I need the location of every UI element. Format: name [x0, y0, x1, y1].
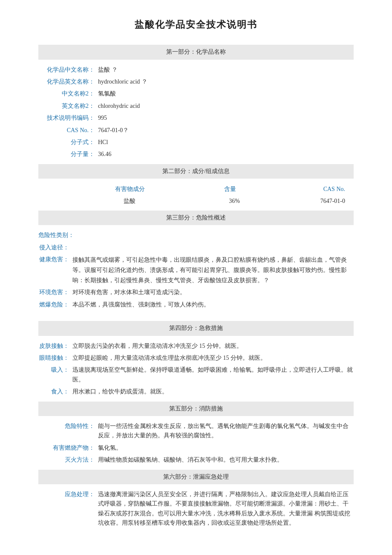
spacer1	[38, 313, 354, 318]
section3-header: 第三部分：危险性概述	[38, 211, 354, 225]
table-header-row: 有害物成分 含量 CAS No.	[38, 183, 354, 196]
section6-fields: 应急处理： 迅速撤离泄漏污染区人员至安全区，并进行隔离，严格限制出入。建议应急处…	[38, 489, 354, 529]
inhalation-value: 迅速脱离现场至空气新鲜处。保持呼吸道通畅。如呼吸困难，给输氧。如呼吸停止，立即进…	[72, 365, 354, 384]
col-data-content: 36%	[207, 197, 262, 206]
eye-contact-row: 眼睛接触： 立即提起眼睑，用大量流动清水或生理盐水彻底冲洗至少 15 分钟。就医…	[38, 352, 354, 364]
field-row-formula: 分子式： HCl	[38, 136, 354, 148]
eye-contact-value: 立即提起眼睑，用大量流动清水或生理盐水彻底冲洗至少 15 分钟。就医。	[72, 353, 354, 363]
field-value-cn-name2: 氢氯酸	[98, 89, 354, 98]
field-value-cas: 7647-01-0？	[98, 126, 354, 135]
health-risk-value: 接触其蒸气或烟雾，可引起急性中毒，出现眼结膜炎，鼻及口腔粘膜有烧灼感，鼻龂、齿龈…	[72, 255, 354, 285]
field-label-en-name: 化学品英文名称：	[38, 77, 98, 87]
combustion-products-label: 有害燃烧产物：	[38, 443, 98, 453]
section4-fields: 皮肤接触： 立即脱去污染的衣着，用大量流动清水冲洗至少 15 分钟。就医。 眼睛…	[38, 340, 354, 398]
field-row-en-name: 化学品英文名称： hydrochloric acid ？	[38, 76, 354, 88]
field-row-code: 技术说明书编码： 995	[38, 112, 354, 124]
col-header-content: 含量	[202, 185, 259, 194]
env-risk-row: 环境危害： 对环境有危害，对水体和土壤可造成污染。	[38, 286, 354, 298]
field-label-cn-name: 化学品中文名称：	[38, 65, 98, 75]
fire-risk-row: 燃爆危险： 本品不燃，具强腐蚀性、强刺激性，可致人体灼伤。	[38, 299, 354, 311]
field-label-cn-name2: 中文名称2：	[38, 89, 98, 98]
ingestion-label: 食入：	[38, 387, 72, 396]
field-value-mw: 36.46	[98, 150, 354, 159]
section2-header: 第二部分：成分/组成信息	[38, 164, 354, 179]
emergency-value: 迅速撤离泄漏污染区人员至安全区，并进行隔离，严格限制出入。建议应急处理人员戴自给…	[98, 490, 354, 528]
page-title: 盐酸化学品安全技术说明书	[38, 17, 354, 32]
section5-fields: 危险特性： 能与一些活性金属粉末发生反应，放出氢气。遇氧化物能产生剧毒的氯化氢气…	[38, 420, 354, 466]
fire-risk-value: 本品不燃，具强腐蚀性、强刺激性，可致人体灼伤。	[72, 300, 354, 309]
field-label-formula: 分子式：	[38, 138, 98, 147]
health-risk-label: 健康危害：	[38, 255, 72, 264]
fire-risk-label: 燃爆危险：	[38, 300, 72, 309]
field-value-code: 995	[98, 113, 354, 123]
emergency-row: 应急处理： 迅速撤离泄漏污染区人员至安全区，并进行隔离，严格限制出入。建议应急处…	[38, 489, 354, 529]
table-row: 盐酸 36% 7647-01-0	[38, 196, 354, 207]
field-label-code: 技术说明书编码：	[38, 113, 98, 123]
field-label-cas: CAS No.：	[38, 126, 98, 135]
field-row-cas: CAS No.： 7647-01-0？	[38, 124, 354, 136]
field-label-mw: 分子量：	[38, 150, 98, 159]
field-value-en-name2: chlorohydric acid	[98, 101, 354, 111]
field-row-cn-name2: 中文名称2： 氢氯酸	[38, 88, 354, 100]
section1-fields: 化学品中文名称： 盐酸 ？ 化学品英文名称： hydrochloric acid…	[38, 64, 354, 161]
invasion-route-label: 侵入途径：	[38, 243, 72, 252]
danger-prop-value: 能与一些活性金属粉末发生反应，放出氢气。遇氧化物能产生剧毒的氯化氢气体。与碱发生…	[98, 422, 354, 441]
section5-header: 第五部分：消防措施	[38, 402, 354, 416]
env-risk-label: 环境危害：	[38, 288, 72, 297]
invasion-route-row: 侵入途径：	[38, 242, 354, 254]
fire-method-label: 灭火方法：	[38, 455, 98, 465]
field-row-en-name2: 英文名称2： chlorohydric acid	[38, 100, 354, 112]
col-header-substance: 有害物成分	[38, 185, 202, 194]
combustion-products-row: 有害燃烧产物： 氯化氢。	[38, 442, 354, 454]
field-value-cn-name: 盐酸 ？	[98, 65, 354, 75]
field-row-mw: 分子量： 36.46	[38, 148, 354, 160]
combustion-products-value: 氯化氢。	[98, 443, 354, 453]
danger-category-row: 危险性类别：	[38, 229, 354, 241]
col-data-substance: 盐酸	[38, 197, 207, 206]
field-value-en-name: hydrochloric acid ？	[98, 77, 354, 87]
composition-table: 有害物成分 含量 CAS No. 盐酸 36% 7647-01-0	[38, 183, 354, 207]
fire-method-row: 灭火方法： 用碱性物质如碳酸氢钠、碳酸钠、消石灰等中和。也可用大量水扑救。	[38, 454, 354, 466]
col-header-cas: CAS No.	[259, 185, 354, 194]
field-label-en-name2: 英文名称2：	[38, 101, 98, 111]
section1-header: 第一部分：化学品名称	[38, 45, 354, 59]
ingestion-value: 用水漱口，给饮牛奶或蛋清。就医。	[72, 387, 354, 396]
skin-contact-value: 立即脱去污染的衣着，用大量流动清水冲洗至少 15 分钟。就医。	[72, 341, 354, 351]
skin-contact-label: 皮肤接触：	[38, 341, 72, 351]
health-risk-row: 健康危害： 接触其蒸气或烟雾，可引起急性中毒，出现眼结膜炎，鼻及口腔粘膜有烧灼感…	[38, 254, 354, 286]
col-data-cas: 7647-01-0	[262, 197, 354, 206]
section4-header: 第四部分：急救措施	[38, 321, 354, 335]
fire-method-value: 用碱性物质如碳酸氢钠、碳酸钠、消石灰等中和。也可用大量水扑救。	[98, 455, 354, 465]
ingestion-row: 食入： 用水漱口，给饮牛奶或蛋清。就医。	[38, 386, 354, 398]
inhalation-row: 吸入： 迅速脱离现场至空气新鲜处。保持呼吸道通畅。如呼吸困难，给输氧。如呼吸停止…	[38, 364, 354, 386]
field-row-cn-name: 化学品中文名称： 盐酸 ？	[38, 64, 354, 76]
danger-section: 危险性类别： 侵入途径： 健康危害： 接触其蒸气或烟雾，可引起急性中毒，出现眼结…	[38, 229, 354, 311]
section6-header: 第六部分：泄漏应急处理	[38, 470, 354, 484]
env-risk-value: 对环境有危害，对水体和土壤可造成污染。	[72, 288, 354, 297]
skin-contact-row: 皮肤接触： 立即脱去污染的衣着，用大量流动清水冲洗至少 15 分钟。就医。	[38, 340, 354, 352]
field-value-formula: HCl	[98, 138, 354, 147]
page-container: 盐酸化学品安全技术说明书 第一部分：化学品名称 化学品中文名称： 盐酸 ？ 化学…	[13, 0, 379, 546]
danger-prop-label: 危险特性：	[38, 422, 98, 431]
danger-category-label: 危险性类别：	[38, 231, 78, 240]
inhalation-label: 吸入：	[38, 365, 72, 375]
danger-prop-row: 危险特性： 能与一些活性金属粉末发生反应，放出氢气。遇氧化物能产生剧毒的氯化氢气…	[38, 420, 354, 442]
emergency-label: 应急处理：	[38, 490, 98, 499]
eye-contact-label: 眼睛接触：	[38, 353, 72, 363]
